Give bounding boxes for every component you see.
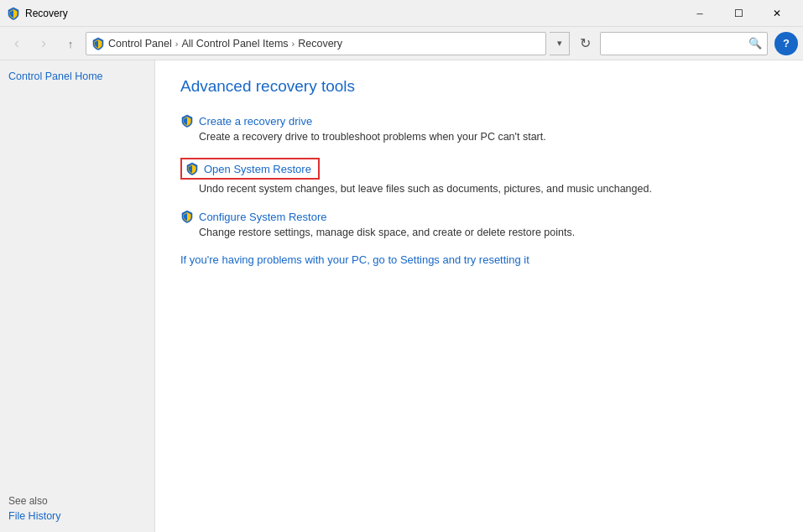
close-button[interactable]	[758, 0, 796, 27]
item-header-configure-restore: Configure System Restore	[180, 210, 778, 223]
restore-icon	[734, 8, 743, 19]
address-bar: Control Panel › All Control Panel Items …	[0, 27, 803, 60]
path-control-panel: Control Panel	[108, 38, 172, 50]
help-button[interactable]: ?	[774, 32, 798, 55]
create-recovery-drive-desc: Create a recovery drive to troubleshoot …	[199, 131, 778, 143]
sidebar: Control Panel Home See also File History	[0, 60, 155, 532]
address-path[interactable]: Control Panel › All Control Panel Items …	[86, 32, 546, 55]
back-icon	[14, 34, 19, 52]
up-icon	[68, 37, 74, 50]
configure-system-restore-desc: Change restore settings, manage disk spa…	[199, 227, 778, 238]
chevron-down-icon	[557, 38, 562, 49]
window-controls	[680, 0, 796, 27]
close-icon	[773, 8, 781, 19]
file-history-link[interactable]: File History	[8, 510, 146, 522]
see-also-label: See also	[8, 495, 146, 507]
minimize-icon	[696, 8, 702, 19]
item-header-open-restore: Open System Restore	[180, 158, 320, 180]
back-button[interactable]	[5, 32, 29, 55]
app-icon	[7, 7, 20, 20]
configure-system-restore-link[interactable]: Configure System Restore	[199, 211, 326, 223]
shield-icon-configure-restore	[180, 210, 194, 223]
path-sep-1: ›	[175, 39, 179, 49]
search-input[interactable]	[606, 38, 748, 50]
page-title: Advanced recovery tools	[180, 77, 778, 96]
sidebar-bottom: See also File History	[8, 495, 146, 522]
minimize-button[interactable]	[680, 0, 719, 27]
restore-button[interactable]	[719, 0, 758, 27]
path-shield-icon	[91, 37, 105, 50]
shield-icon-open-restore	[185, 162, 199, 175]
open-system-restore-link[interactable]: Open System Restore	[204, 163, 311, 175]
recovery-item-create-drive: Create a recovery drive Create a recover…	[180, 114, 778, 143]
content-area: Advanced recovery tools Create a recover…	[155, 60, 803, 532]
item-header-create-drive: Create a recovery drive	[180, 114, 778, 128]
forward-button[interactable]	[32, 32, 55, 55]
open-system-restore-desc: Undo recent system changes, but leave fi…	[199, 183, 778, 195]
search-box[interactable]: 🔍	[600, 32, 768, 55]
up-button[interactable]	[59, 32, 82, 55]
path-recovery: Recovery	[298, 38, 342, 50]
forward-icon	[41, 34, 46, 52]
path-sep-2: ›	[292, 39, 295, 49]
control-panel-home-link[interactable]: Control Panel Home	[8, 70, 146, 82]
settings-reset-link[interactable]: If you're having problems with your PC, …	[180, 253, 778, 266]
address-dropdown[interactable]	[550, 32, 570, 55]
refresh-icon	[580, 35, 591, 51]
title-bar: Recovery	[0, 0, 803, 27]
recovery-item-configure-restore: Configure System Restore Change restore …	[180, 210, 778, 238]
refresh-button[interactable]	[573, 32, 597, 55]
window-title: Recovery	[25, 8, 680, 19]
create-recovery-drive-link[interactable]: Create a recovery drive	[199, 115, 312, 128]
recovery-item-open-restore: Open System Restore Undo recent system c…	[180, 158, 778, 195]
main-container: Control Panel Home See also File History…	[0, 60, 803, 532]
path-all-items: All Control Panel Items	[181, 38, 288, 50]
shield-icon-create-drive	[180, 114, 194, 128]
search-icon[interactable]: 🔍	[748, 37, 762, 50]
